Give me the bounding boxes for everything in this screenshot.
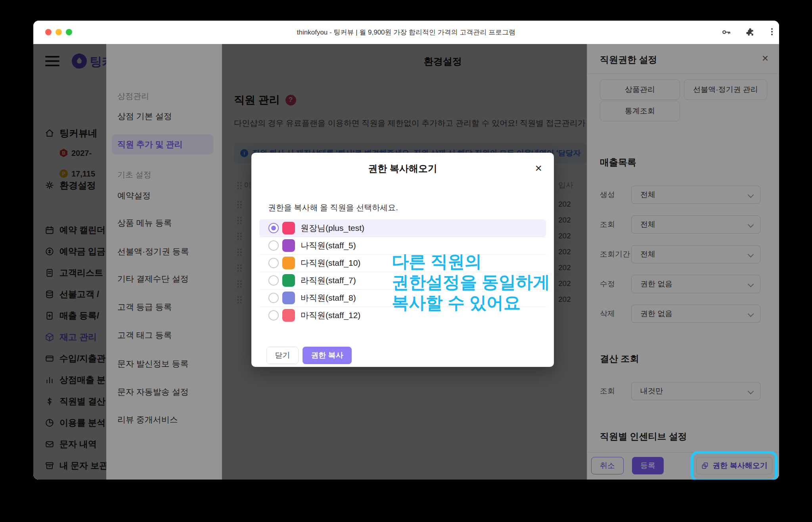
staff-option[interactable]: 원장님(plus_test) xyxy=(259,219,546,237)
browser-titlebar: thinkofyou - 팅커뷰 | 월 9,900원 가장 합리적인 가격의 … xyxy=(33,21,779,44)
app-area: 팅커 환경설정 팅커뷰네 B 2027- P 17,115 환경설 xyxy=(33,44,779,480)
staff-color-chip xyxy=(282,222,295,234)
radio-icon[interactable] xyxy=(268,275,279,286)
radio-icon[interactable] xyxy=(268,258,279,268)
staff-color-chip xyxy=(282,257,295,269)
staff-color-chip xyxy=(282,309,295,322)
key-icon[interactable] xyxy=(721,27,732,37)
staff-color-chip xyxy=(282,292,295,304)
radio-icon[interactable] xyxy=(268,240,279,251)
staff-color-chip xyxy=(282,239,295,252)
radio-icon[interactable] xyxy=(268,310,279,320)
modal-prompt: 권한을 복사해 올 직원을 선택하세요. xyxy=(268,202,398,213)
browser-tab-title: thinkofyou - 팅커뷰 | 월 9,900원 가장 합리적인 가격의 … xyxy=(33,21,779,44)
radio-icon[interactable] xyxy=(268,293,279,303)
browser-menu-kebab-icon[interactable] xyxy=(768,27,776,37)
staff-color-chip xyxy=(282,274,295,287)
close-icon[interactable]: × xyxy=(535,162,542,174)
extensions-icon[interactable] xyxy=(745,27,755,37)
annotation-highlight-ring xyxy=(691,451,778,480)
modal-close-button[interactable]: 닫기 xyxy=(266,347,299,364)
modal-title: 권한 복사해오기 xyxy=(251,162,554,175)
annotation-text: 다른 직원의 권한설정을 동일하게 복사할 수 있어요 xyxy=(392,251,550,313)
browser-window: thinkofyou - 팅커뷰 | 월 9,900원 가장 합리적인 가격의 … xyxy=(33,21,779,480)
radio-selected-icon[interactable] xyxy=(268,223,279,233)
modal-copy-button[interactable]: 권한 복사 xyxy=(303,347,352,364)
